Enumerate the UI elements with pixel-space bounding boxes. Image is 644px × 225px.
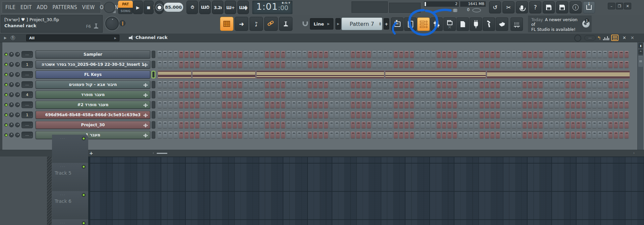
save-button[interactable] [543,1,555,13]
step-cell[interactable] [276,101,280,108]
step-cell[interactable] [383,111,387,118]
step-cell[interactable] [619,122,623,128]
step-cell[interactable] [362,91,366,98]
step-cell[interactable] [619,111,623,118]
step-cell[interactable] [566,51,570,58]
step-cell[interactable] [490,132,494,138]
step-cell[interactable] [496,132,500,138]
step-cell[interactable] [388,61,392,68]
preview-segment[interactable] [487,71,630,79]
step-cell[interactable] [437,122,441,128]
step-cell[interactable] [356,111,360,118]
step-cell[interactable] [490,111,494,118]
step-cell[interactable] [523,111,527,118]
step-cell[interactable] [426,101,430,108]
step-cell[interactable] [426,51,430,58]
step-cell[interactable] [324,132,328,138]
step-cell[interactable] [603,101,607,108]
step-cell[interactable] [319,61,323,68]
step-cell[interactable] [533,132,537,138]
step-cell[interactable] [184,81,189,88]
step-cell[interactable] [517,101,521,108]
step-cell[interactable] [549,122,553,128]
step-cell[interactable] [270,111,274,118]
step-cell[interactable] [388,101,392,108]
step-cell[interactable] [517,122,521,128]
playlist-track-header[interactable]: ... [52,135,88,163]
step-cell[interactable] [555,132,559,138]
step-cell[interactable] [168,61,172,68]
channel-button[interactable]: 696d96a6-8b48-458a-866d-3c5e91c639e3 [36,111,150,119]
piano-roll-button[interactable] [404,17,417,31]
step-cell[interactable] [362,81,366,88]
channel-pan-knob[interactable] [9,102,14,107]
step-cell[interactable] [453,101,457,108]
step-cell[interactable] [410,122,414,128]
step-cell[interactable] [367,61,371,68]
step-cell[interactable] [415,111,419,118]
step-cell[interactable] [227,132,231,138]
step-cell[interactable] [523,61,527,68]
step-cell[interactable] [410,101,414,108]
step-cell[interactable] [238,101,242,108]
step-cell[interactable] [254,101,258,108]
step-cell[interactable] [442,61,446,68]
step-cell[interactable] [410,51,414,58]
step-cell[interactable] [163,122,167,128]
step-cell[interactable] [217,91,221,98]
step-cell[interactable] [313,122,317,128]
step-cell[interactable] [608,81,612,88]
step-cell[interactable] [421,81,425,88]
channel-select-pill[interactable] [152,131,155,139]
channel-button[interactable]: Sampler [36,50,150,58]
step-cell[interactable] [329,101,333,108]
step-cell[interactable] [506,101,511,108]
minimize-button[interactable]: – [608,3,615,9]
step-cell[interactable] [442,122,446,128]
step-cell[interactable] [592,81,596,88]
step-cell[interactable] [163,111,167,118]
step-cell[interactable] [576,101,580,108]
step-cell[interactable] [608,101,612,108]
step-cell[interactable] [206,61,210,68]
step-cell[interactable] [329,81,333,88]
channel-pan-knob[interactable] [9,72,14,77]
step-cell[interactable] [405,51,409,58]
step-cell[interactable] [587,111,591,118]
step-cell[interactable] [292,61,296,68]
step-cell[interactable] [587,61,591,68]
step-cell[interactable] [447,61,451,68]
step-cell[interactable] [576,122,580,128]
play-button[interactable]: ▶ [133,1,143,14]
step-cell[interactable] [195,101,199,108]
playlist-track-header[interactable]: ...Track 5 [52,163,88,191]
step-cell[interactable] [356,132,360,138]
step-cell[interactable] [501,61,505,68]
swing-knob[interactable] [574,35,581,42]
step-cell[interactable] [399,122,403,128]
step-cell[interactable] [351,61,355,68]
step-cell[interactable] [378,111,382,118]
step-cell[interactable] [286,122,290,128]
tempo-spinner[interactable]: ▲▼ [180,6,182,9]
step-cell[interactable] [512,132,516,138]
master-pitch-knob[interactable] [105,17,119,30]
step-cell[interactable] [421,122,425,128]
step-cell[interactable] [474,51,478,58]
step-cell[interactable] [458,132,462,138]
step-cell[interactable] [490,61,494,68]
channel-enable-led[interactable] [4,63,8,66]
step-cell[interactable] [560,81,564,88]
step-cell[interactable] [335,101,339,108]
oscilloscope-panel[interactable] [352,1,388,13]
step-cell[interactable] [335,61,339,68]
channel-select-pill[interactable] [152,51,155,58]
step-cell[interactable] [313,91,317,98]
channel-volume-knob[interactable] [15,62,20,67]
step-cell[interactable] [566,101,570,108]
master-volume-slider[interactable] [121,23,217,24]
step-cell[interactable] [362,122,366,128]
step-cell[interactable] [335,91,339,98]
step-cell[interactable] [474,61,478,68]
step-cell[interactable] [431,81,435,88]
